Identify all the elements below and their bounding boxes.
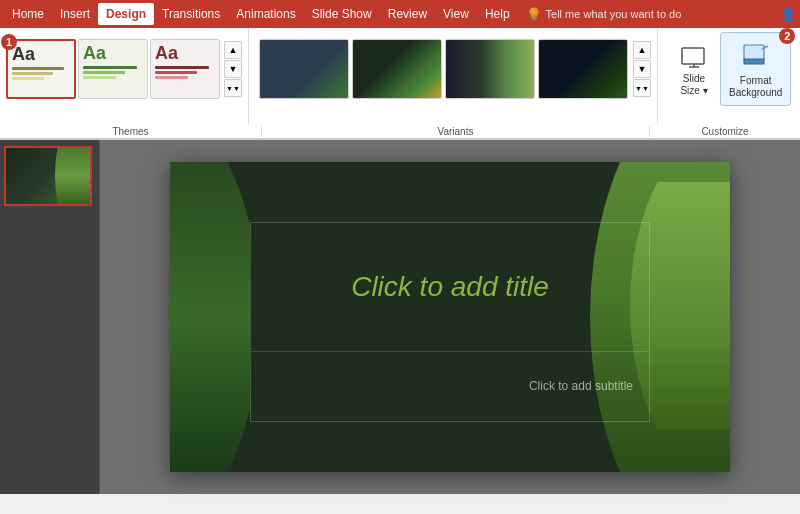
theme-2-line-1 [83, 66, 137, 69]
format-bg-svg [740, 41, 772, 73]
lightbulb-icon: 💡 [526, 7, 542, 22]
canvas-area: Click to add title Click to add subtitle [100, 140, 800, 494]
variants-scroll-down[interactable]: ▼ [633, 60, 651, 78]
variant-thumb-1[interactable] [259, 39, 349, 99]
slide-thumbnail-1[interactable] [4, 146, 92, 206]
ribbon-body: Aa 1 Aa [0, 28, 800, 124]
svg-rect-4 [744, 59, 764, 64]
customize-label: Customize [650, 126, 800, 137]
theme-thumb-2-inner: Aa [79, 40, 147, 98]
menu-design[interactable]: Design [98, 3, 154, 25]
theme-1-container: Aa 1 [6, 39, 76, 99]
theme-1-line-3 [12, 77, 44, 80]
theme-2-aa: Aa [83, 44, 143, 62]
title-text: Click to add title [351, 271, 549, 303]
theme-thumb-2[interactable]: Aa [78, 39, 148, 99]
theme-3-line-1 [155, 66, 209, 69]
themes-scroll-down[interactable]: ▼ [224, 60, 242, 78]
search-label[interactable]: Tell me what you want to do [546, 8, 682, 20]
themes-scroll: ▲ ▼ ▼▼ [224, 41, 242, 97]
menu-home[interactable]: Home [4, 3, 52, 25]
variants-label: Variants [262, 126, 650, 137]
theme-2-line-2 [83, 71, 125, 74]
variants-scroll-up[interactable]: ▲ [633, 41, 651, 59]
customize-section: SlideSize ▾ FormatBackground 2 [662, 28, 800, 124]
themes-section: Aa 1 Aa [0, 28, 249, 124]
user-icon[interactable]: 👤 [780, 7, 796, 22]
theme-2-line-3 [83, 76, 116, 79]
theme-1-aa: Aa [12, 45, 70, 63]
theme-thumb-3-inner: Aa [151, 40, 219, 98]
slide-thumb-inner-1 [6, 148, 90, 204]
menu-help[interactable]: Help [477, 3, 518, 25]
theme-badge-1: 1 [1, 34, 17, 50]
main-area: Click to add title Click to add subtitle [0, 140, 800, 494]
theme-3-aa: Aa [155, 44, 215, 62]
variants-section: ▲ ▼ ▼▼ [253, 28, 658, 124]
slide-canvas[interactable]: Click to add title Click to add subtitle [170, 162, 730, 472]
theme-1-lines [12, 67, 70, 80]
format-background-button[interactable]: FormatBackground 2 [720, 32, 791, 106]
ribbon-footer: Themes Variants Customize [0, 124, 800, 138]
variant-thumb-2[interactable] [352, 39, 442, 99]
theme-1-line-2 [12, 72, 53, 75]
menu-review[interactable]: Review [380, 3, 435, 25]
subtitle-placeholder[interactable]: Click to add subtitle [251, 352, 649, 421]
menu-transitions[interactable]: Transitions [154, 3, 228, 25]
themes-scroll-more[interactable]: ▼▼ [224, 79, 242, 97]
menu-slideshow[interactable]: Slide Show [304, 3, 380, 25]
variant-thumb-3[interactable] [445, 39, 535, 99]
menu-bar: Home Insert Design Transitions Animation… [0, 0, 800, 28]
ribbon: Aa 1 Aa [0, 28, 800, 140]
slide-size-icon [678, 41, 710, 73]
wave-left [170, 162, 250, 472]
variant-thumb-4[interactable] [538, 39, 628, 99]
variants-scroll: ▲ ▼ ▼▼ [633, 41, 651, 97]
theme-3-lines [155, 66, 215, 79]
theme-thumb-1-inner: Aa [8, 41, 74, 97]
theme-2-lines [83, 66, 143, 79]
themes-scroll-up[interactable]: ▲ [224, 41, 242, 59]
theme-3-line-3 [155, 76, 188, 79]
theme-1-line-1 [12, 67, 64, 70]
themes-label: Themes [0, 126, 262, 137]
format-background-icon [738, 39, 774, 75]
slide-panel [0, 140, 100, 494]
menu-animations[interactable]: Animations [228, 3, 303, 25]
variants-scroll-more[interactable]: ▼▼ [633, 79, 651, 97]
format-bg-badge: 2 [779, 28, 795, 44]
slide-size-svg [680, 45, 708, 69]
theme-thumb-3[interactable]: Aa [150, 39, 220, 99]
title-placeholder[interactable]: Click to add title [251, 223, 649, 352]
slide-size-label: SlideSize ▾ [680, 73, 707, 97]
svg-rect-0 [682, 48, 704, 64]
slide-content-box: Click to add title Click to add subtitle [250, 222, 650, 422]
menu-insert[interactable]: Insert [52, 3, 98, 25]
theme-thumb-1[interactable]: Aa [6, 39, 76, 99]
format-background-label: FormatBackground [729, 75, 782, 99]
slide-size-button[interactable]: SlideSize ▾ [672, 37, 716, 101]
subtitle-text: Click to add subtitle [529, 379, 633, 393]
theme-3-line-2 [155, 71, 197, 74]
slide-thumb-wave [55, 148, 90, 204]
menu-view[interactable]: View [435, 3, 477, 25]
